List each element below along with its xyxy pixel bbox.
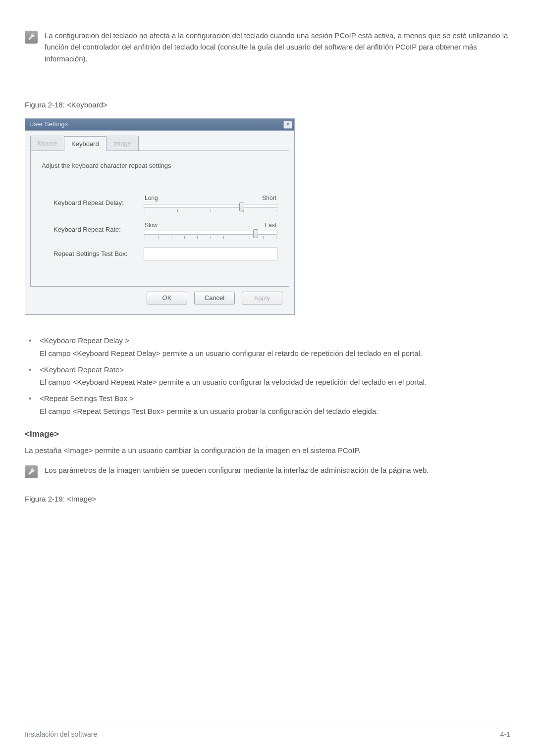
footer-right: 4-1	[500, 729, 510, 740]
tabs: Mouse Keyboard Image	[30, 136, 289, 151]
bullet-desc: El campo <Repeat Settings Test Box> perm…	[40, 405, 510, 417]
tab-panel-keyboard: Adjust the keyboard character repeat set…	[30, 151, 289, 287]
tab-keyboard[interactable]: Keyboard	[64, 136, 107, 151]
bullet-title: <Keyboard Repeat Delay >	[40, 335, 510, 346]
keyboard-settings-list: <Keyboard Repeat Delay > El campo <Keybo…	[25, 335, 510, 417]
bullet-title: <Repeat Settings Test Box >	[40, 393, 510, 404]
bullet-title: <Keyboard Repeat Rate>	[40, 364, 510, 375]
label-test-box: Repeat Settings Test Box:	[40, 249, 144, 259]
slider-repeat-delay-wrap: Long Short	[144, 194, 280, 212]
rate-right-label: Fast	[265, 221, 276, 230]
ok-button[interactable]: OK	[147, 292, 187, 304]
figure-caption-218: Figura 2-18: <Keyboard>	[25, 99, 510, 110]
dialog-button-row: OK Cancel Apply	[30, 287, 289, 307]
user-settings-dialog: User Settings × Mouse Keyboard Image Adj…	[25, 118, 295, 315]
note-text: Los parámetros de la imagen también se p…	[45, 464, 510, 476]
dialog-body: Mouse Keyboard Image Adjust the keyboard…	[25, 131, 294, 314]
section-heading-image: <Image>	[25, 428, 510, 441]
tab-image[interactable]: Image	[106, 136, 139, 151]
row-repeat-rate: Keyboard Repeat Rate: Slow Fast	[40, 221, 280, 239]
cancel-button[interactable]: Cancel	[194, 292, 235, 304]
panel-heading: Adjust the keyboard character repeat set…	[42, 161, 280, 171]
apply-button[interactable]: Apply	[242, 292, 282, 304]
rate-left-label: Slow	[145, 221, 158, 230]
delay-left-label: Long	[145, 194, 158, 203]
close-button[interactable]: ×	[283, 121, 292, 129]
note-image-params: Los parámetros de la imagen también se p…	[25, 464, 510, 478]
list-item: <Keyboard Repeat Rate> El campo <Keyboar…	[27, 364, 510, 388]
ticks-delay	[144, 209, 277, 212]
repeat-test-input[interactable]	[144, 248, 277, 260]
wrench-icon	[25, 31, 38, 44]
row-repeat-delay: Keyboard Repeat Delay: Long Short	[40, 194, 280, 212]
note-text: La configuración del teclado no afecta a…	[45, 30, 510, 64]
list-item: <Repeat Settings Test Box > El campo <Re…	[27, 393, 510, 417]
dialog-titlebar: User Settings ×	[25, 119, 294, 131]
note-keyboard-config: La configuración del teclado no afecta a…	[25, 30, 510, 64]
figure-caption-219: Figura 2-19: <Image>	[25, 493, 510, 504]
test-box-wrap	[144, 248, 280, 260]
label-repeat-delay: Keyboard Repeat Delay:	[40, 198, 144, 208]
list-item: <Keyboard Repeat Delay > El campo <Keybo…	[27, 335, 510, 359]
footer-left: Instalación del software	[25, 729, 97, 740]
slider-thumb-delay[interactable]	[239, 202, 244, 211]
row-test-box: Repeat Settings Test Box:	[40, 248, 280, 260]
wrench-icon	[25, 465, 38, 478]
bullet-desc: El campo <Keyboard Repeat Rate> permite …	[40, 376, 510, 388]
label-repeat-rate: Keyboard Repeat Rate:	[40, 225, 144, 235]
close-icon: ×	[286, 120, 289, 129]
delay-right-label: Short	[262, 194, 276, 203]
slider-repeat-rate[interactable]	[144, 231, 277, 235]
image-section-para: La pestaña <Image> permite a un usuario …	[25, 445, 510, 456]
slider-thumb-rate[interactable]	[253, 229, 258, 238]
tab-mouse[interactable]: Mouse	[30, 136, 64, 151]
slider-repeat-rate-wrap: Slow Fast	[144, 221, 280, 239]
slider-repeat-delay[interactable]	[144, 204, 277, 208]
dialog-title: User Settings	[29, 119, 68, 129]
bullet-desc: El campo <Keyboard Repeat Delay> permite…	[40, 348, 510, 359]
page-footer: Instalación del software 4-1	[25, 724, 510, 740]
